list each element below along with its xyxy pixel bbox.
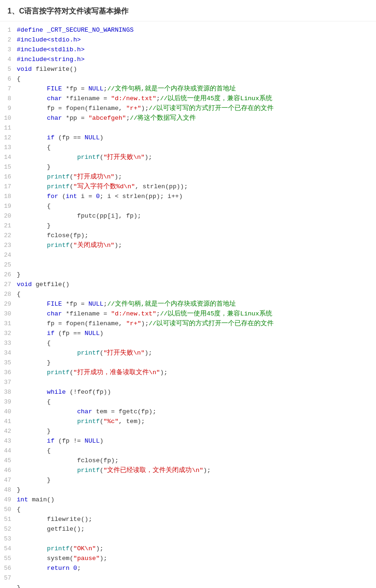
code-line: 22 fclose(fp); [0,231,376,240]
line-content: filewrite(); [17,514,376,524]
line-number: 16 [0,172,17,182]
code-line: 3#include<stdlib.h> [0,45,376,55]
line-number: 27 [0,280,17,289]
line-content: fp = fopen(filename, "r+");//以可读可写的方式打开一… [17,319,376,328]
line-content: { [17,446,376,456]
line-number: 11 [0,123,17,133]
code-line: 24 [0,250,376,260]
code-line: 2#include<stdio.h> [0,35,376,45]
code-line: 54 printf("OK\n"); [0,544,376,554]
line-number: 50 [0,505,17,514]
line-number: 10 [0,113,17,123]
line-content: fputc(pp[i], fp); [17,211,376,221]
line-number: 23 [0,240,17,250]
code-line: 27void getfile() [0,280,376,289]
line-number: 21 [0,221,17,231]
line-number: 46 [0,465,17,475]
code-line: 29 FILE *fp = NULL;//文件句柄,就是一个内存块或资源的首地址 [0,299,376,309]
code-line: 28{ [0,289,376,299]
line-number: 39 [0,397,17,407]
code-line: 25 [0,260,376,270]
line-content: } [17,426,376,436]
line-content: } [17,485,376,495]
code-line: 36 printf("打开成功，准备读取文件\n"); [0,368,376,377]
code-line: 52 getfile(); [0,524,376,534]
code-line: 32 if (fp == NULL) [0,328,376,338]
line-content: #include<stdlib.h> [17,45,376,55]
line-number: 14 [0,152,17,162]
line-number: 55 [0,554,17,563]
line-number: 53 [0,534,17,544]
line-number: 30 [0,309,17,319]
line-number: 26 [0,270,17,280]
code-line: 5void filewrite() [0,64,376,74]
code-line: 18 for (int i = 0; i < strlen(pp); i++) [0,191,376,201]
line-number: 8 [0,94,17,103]
line-content: printf("写入字符个数%d\n", strlen(pp)); [17,182,376,191]
code-line: 38 while (!feof(fp)) [0,387,376,397]
code-line: 50{ [0,505,376,514]
line-content: if (fp != NULL) [17,436,376,446]
line-content: void getfile() [17,280,376,289]
line-content: #include<string.h> [17,55,376,64]
line-number: 38 [0,387,17,397]
line-number: 4 [0,55,17,64]
code-line: 40 char tem = fgetc(fp); [0,407,376,417]
line-content: FILE *fp = NULL;//文件句柄,就是一个内存块或资源的首地址 [17,299,376,309]
code-line: 37 [0,377,376,387]
code-line: 8 char *filename = "d:/new.txt";//以后统一使用… [0,94,376,103]
line-number: 19 [0,201,17,211]
line-content: char *filename = "d:/new.txt";//以后统一使用45… [17,94,376,103]
line-number: 3 [0,45,17,55]
code-line: 44 { [0,446,376,456]
line-number: 40 [0,407,17,417]
line-number: 22 [0,231,17,240]
line-content: printf("打开成功\n"); [17,172,376,182]
code-line: 17 printf("写入字符个数%d\n", strlen(pp)); [0,182,376,191]
code-line: 10 char *pp = "abcefgeh";//将这个数据写入文件 [0,113,376,123]
code-line: 46 printf("文件已经读取，文件关闭成功\n"); [0,465,376,475]
line-content: { [17,74,376,84]
code-line: 23 printf("关闭成功\n"); [0,240,376,250]
line-number: 5 [0,64,17,74]
line-content: if (fp == NULL) [17,328,376,338]
line-content: printf("关闭成功\n"); [17,240,376,250]
line-number: 35 [0,358,17,368]
line-number: 25 [0,260,17,270]
line-content: printf("%c", tem); [17,417,376,426]
code-line: 6{ [0,74,376,84]
line-number: 52 [0,524,17,534]
line-content: char *pp = "abcefgeh";//将这个数据写入文件 [17,113,376,123]
code-line: 9 fp = fopen(filename, "r+");//以可读可写的方式打… [0,103,376,113]
line-content: { [17,143,376,152]
code-line: 42 } [0,426,376,436]
code-line: 31 fp = fopen(filename, "r+");//以可读可写的方式… [0,319,376,328]
line-number: 47 [0,475,17,485]
line-content: { [17,505,376,514]
line-content: printf("文件已经读取，文件关闭成功\n"); [17,465,376,475]
line-content: char *filename = "d:/new.txt";//以后统一使用45… [17,309,376,319]
code-line: 55 system("pause"); [0,554,376,563]
code-line: 30 char *filename = "d:/new.txt";//以后统一使… [0,309,376,319]
code-line: 21 } [0,221,376,231]
line-number: 31 [0,319,17,328]
line-content: printf("打开失败\n"); [17,348,376,358]
line-number: 9 [0,103,17,113]
line-number: 44 [0,446,17,456]
code-block: 1#define _CRT_SECURE_NO_WARNINGS2#includ… [0,21,376,588]
line-number: 15 [0,162,17,172]
line-content: #include<stdio.h> [17,35,376,45]
code-line: 1#define _CRT_SECURE_NO_WARNINGS [0,25,376,35]
line-content: printf("打开成功，准备读取文件\n"); [17,368,376,377]
code-line: 35 } [0,358,376,368]
code-line: 39 { [0,397,376,407]
code-line: 4#include<string.h> [0,55,376,64]
page-title: 1、C语言按字符对文件读写基本操作 [0,0,376,21]
code-line: 16 printf("打开成功\n"); [0,172,376,182]
code-line: 53 [0,534,376,544]
line-number: 43 [0,436,17,446]
line-content: while (!feof(fp)) [17,387,376,397]
line-content: for (int i = 0; i < strlen(pp); i++) [17,191,376,201]
line-content: fp = fopen(filename, "r+");//以可读可写的方式打开一… [17,103,376,113]
line-number: 24 [0,250,17,260]
